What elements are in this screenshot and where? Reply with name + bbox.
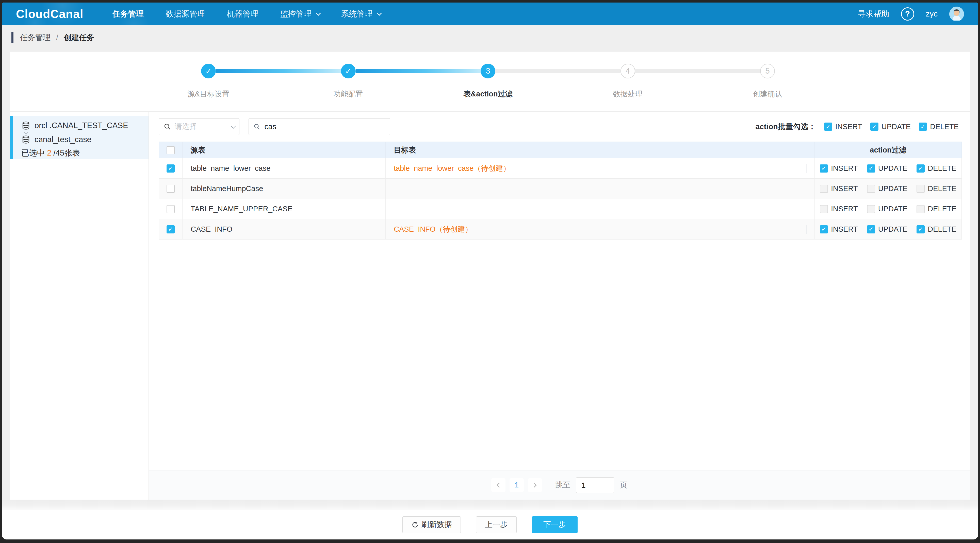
step-number-badge: 5 [760,64,775,78]
db-pair-selected-item[interactable]: orcl .CANAL_TEST_CASE canal_test_case [10,116,148,159]
batch-delete-checkbox[interactable]: DELETE [919,122,959,131]
seek-help-link[interactable]: 寻求帮助 [858,9,889,19]
previous-step-button[interactable]: 上一步 [476,516,517,533]
row-update-checkbox[interactable]: UPDATE [867,184,907,193]
step-connector [216,69,341,73]
select-placeholder: 请选择 [175,122,228,132]
step-source-target: 源&目标设置 [201,64,216,78]
search-icon [164,123,171,130]
main-zone: orcl .CANAL_TEST_CASE canal_test_case [10,112,970,500]
main-nav: 任务管理 数据源管理 机器管理 监控管理 系统管理 [113,9,380,19]
step-table-action-filter: 3 表&action过滤 [480,64,495,78]
checkbox-icon[interactable] [867,205,875,213]
wizard-steps-zone: 源&目标设置 功能配置 3 表&action过滤 4 数据处理 [10,51,970,112]
footer-gap-band [2,500,978,510]
row-insert-checkbox[interactable]: INSERT [820,164,858,173]
breadcrumb-separator: / [56,33,58,42]
checkbox-icon[interactable] [916,205,925,213]
row-insert-checkbox[interactable]: INSERT [820,225,858,233]
db-sidebar: orcl .CANAL_TEST_CASE canal_test_case [10,112,149,500]
checkbox-icon[interactable] [820,185,828,193]
mapping-arrow-down-icon [24,130,28,135]
table-row: TABLE_NAME_UPPER_CASE INSERT UPDATE DELE… [159,199,962,219]
row-update-checkbox[interactable]: UPDATE [867,164,907,173]
target-table-name: table_name_lower_case（待创建） [394,164,510,173]
row-insert-checkbox[interactable]: INSERT [820,205,858,213]
checkbox-icon[interactable] [820,225,828,233]
nav-item-task-management[interactable]: 任务管理 [113,9,144,19]
checkbox-icon[interactable] [867,185,875,193]
checkbox-icon[interactable] [824,122,832,131]
row-update-checkbox[interactable]: UPDATE [867,205,907,213]
select-all-checkbox[interactable] [167,146,175,154]
jump-page-input[interactable] [576,477,614,493]
table-search-box [248,118,390,135]
pagination-bar: 1 跳至 页 [149,470,970,500]
row-select-checkbox[interactable] [167,225,175,233]
database-icon [21,135,30,144]
wizard-steps: 源&目标设置 功能配置 3 表&action过滤 4 数据处理 [201,64,775,78]
breadcrumb-accent-bar [11,32,13,43]
source-table-name: table_name_lower_case [183,158,386,178]
search-icon [253,123,260,130]
row-expand-button[interactable] [807,225,807,233]
page-jump: 跳至 页 [555,477,627,493]
checkbox-icon[interactable] [820,205,828,213]
nav-item-system-management[interactable]: 系统管理 [341,9,380,19]
row-delete-checkbox[interactable]: DELETE [916,225,956,233]
source-db-row: orcl .CANAL_TEST_CASE [21,121,143,130]
batch-insert-checkbox[interactable]: INSERT [824,122,862,131]
table-mapping-table: 源表 目标表 action过滤 table_name_lower_case ta… [159,141,962,240]
nav-item-monitor-management[interactable]: 监控管理 [280,9,320,19]
breadcrumb-parent[interactable]: 任务管理 [20,32,51,43]
nav-item-datasource-management[interactable]: 数据源管理 [166,9,205,19]
row-delete-checkbox[interactable]: DELETE [916,184,956,193]
row-delete-checkbox[interactable]: DELETE [916,205,956,213]
checkbox-icon[interactable] [870,122,878,131]
refresh-icon [411,521,419,529]
nav-item-machine-management[interactable]: 机器管理 [227,9,258,19]
step-done-check-icon [201,64,216,78]
refresh-data-button[interactable]: 刷新数据 [402,516,461,533]
checkbox-icon[interactable] [867,225,875,233]
batch-update-checkbox[interactable]: UPDATE [870,122,911,131]
step-number-badge: 3 [480,64,495,78]
checkbox-icon[interactable] [919,122,927,131]
page-number-button[interactable]: 1 [509,478,524,492]
batch-select-label: action批量勾选： [756,122,816,132]
action-batch-select: action批量勾选： INSERT UPDATE DELETE [756,122,959,132]
schema-select[interactable]: 请选择 [159,118,239,135]
cloudcanal-logo: CloudCanal [16,7,84,21]
row-delete-checkbox[interactable]: DELETE [916,164,956,173]
checkbox-icon[interactable] [916,225,925,233]
source-table-name: CASE_INFO [183,219,386,239]
table-row: CASE_INFO CASE_INFO（待创建） INSERT UPDATE D… [159,219,962,240]
row-select-checkbox[interactable] [167,164,175,173]
step-connector [356,69,481,73]
row-select-checkbox[interactable] [167,205,175,213]
row-select-checkbox[interactable] [167,185,175,193]
selected-table-count: 已选中2/45张表 [21,148,143,158]
help-question-icon[interactable]: ? [901,7,914,21]
step-done-check-icon [341,64,356,78]
step-create-confirm: 5 创建确认 [760,64,775,78]
checkbox-icon[interactable] [916,164,925,173]
table-row: table_name_lower_case table_name_lower_c… [159,158,962,179]
row-expand-button[interactable] [807,164,807,173]
checkbox-icon[interactable] [820,164,828,173]
top-navbar: CloudCanal 任务管理 数据源管理 机器管理 监控管理 系统管理 寻求帮… [2,3,978,25]
checkbox-icon[interactable] [867,164,875,173]
prev-page-button[interactable] [491,478,506,492]
user-avatar[interactable] [949,6,964,21]
row-update-checkbox[interactable]: UPDATE [867,225,907,233]
next-step-button[interactable]: 下一步 [532,516,578,533]
table-search-input[interactable] [264,122,385,131]
chevron-down-icon [377,11,382,16]
page-unit-label: 页 [620,480,627,490]
chevron-right-icon [531,483,537,488]
filter-bar: 请选择 action批量勾选： INSERT [149,112,970,141]
row-insert-checkbox[interactable]: INSERT [820,184,858,193]
next-page-button[interactable] [528,478,542,492]
avatar-icon [949,6,964,21]
checkbox-icon[interactable] [916,185,925,193]
